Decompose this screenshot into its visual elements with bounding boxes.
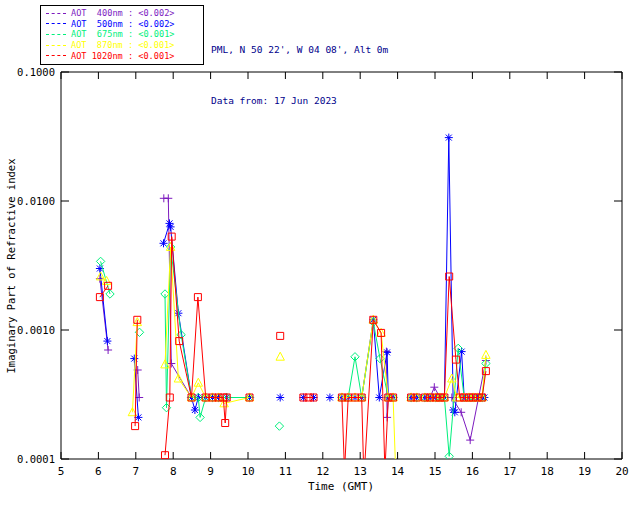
y-tick-label: 0.0100 xyxy=(17,195,55,207)
series-aot-675nm xyxy=(96,243,490,461)
y-tick-label: 0.0010 xyxy=(17,324,55,336)
x-tick-label: 16 xyxy=(466,465,479,478)
x-axis-title: Time (GMT) xyxy=(308,480,374,493)
marker-asterisk-icon xyxy=(96,134,489,422)
x-tick-label: 9 xyxy=(207,465,214,478)
x-tick-label: 20 xyxy=(615,465,628,478)
legend-line-sample-icon xyxy=(46,45,66,46)
legend-line-sample-icon xyxy=(46,13,66,14)
x-tick-label: 5 xyxy=(58,465,65,478)
legend-entry-label: AOT 1020nm : <0.001> xyxy=(71,51,174,61)
x-tick-label: 6 xyxy=(95,465,102,478)
legend-entry-aot-500nm: AOT 500nm : <0.002> xyxy=(46,19,200,30)
x-tick-label: 18 xyxy=(541,465,554,478)
x-tick-label: 14 xyxy=(391,465,405,478)
marker-plus-icon xyxy=(96,194,490,444)
y-tick-label: 0.1000 xyxy=(17,66,55,78)
marker-square-icon xyxy=(96,233,489,482)
legend-entry-aot-400nm: AOT 400nm : <0.002> xyxy=(46,8,200,19)
y-tick-label: 0.0001 xyxy=(17,453,55,465)
legend-line-sample-icon xyxy=(46,34,66,35)
x-tick-label: 7 xyxy=(132,465,139,478)
header-location: PML, N 50 22', W 04 08', Alt 0m xyxy=(211,41,388,58)
legend-entry-aot-675nm: AOT 675nm : <0.001> xyxy=(46,29,200,40)
y-axis-title: Imaginary Part of Refractive index xyxy=(5,159,17,374)
legend-entry-aot-870nm: AOT 870nm : <0.001> xyxy=(46,40,200,51)
series-aot-1020nm xyxy=(96,233,489,482)
series-aot-870nm xyxy=(96,242,490,475)
legend: AOT 400nm : <0.002>AOT 500nm : <0.002>AO… xyxy=(40,5,204,65)
marker-triangle-icon xyxy=(96,242,490,475)
x-tick-label: 17 xyxy=(503,465,516,478)
x-tick-label: 11 xyxy=(279,465,292,478)
x-tick-label: 13 xyxy=(354,465,367,478)
x-tick-label: 15 xyxy=(428,465,441,478)
data-series-group xyxy=(96,134,490,483)
legend-entry-label: AOT 400nm : <0.002> xyxy=(71,8,174,18)
series-aot-500nm xyxy=(96,134,489,422)
x-tick-label: 19 xyxy=(578,465,591,478)
marker-diamond-icon xyxy=(96,243,490,461)
legend-entry-label: AOT 870nm : <0.001> xyxy=(71,40,174,50)
header-date: Data from: 17 Jun 2023 xyxy=(211,92,388,109)
legend-entry-label: AOT 500nm : <0.002> xyxy=(71,19,174,29)
x-tick-label: 10 xyxy=(241,465,254,478)
header: PML, N 50 22', W 04 08', Alt 0m Data fro… xyxy=(211,7,388,143)
legend-entry-label: AOT 675nm : <0.001> xyxy=(71,29,174,39)
x-tick-label: 8 xyxy=(170,465,177,478)
legend-line-sample-icon xyxy=(46,23,66,24)
x-tick-label: 12 xyxy=(316,465,329,478)
series-aot-400nm xyxy=(96,194,490,444)
legend-entry-aot-1020nm: AOT 1020nm : <0.001> xyxy=(46,50,200,61)
plot-screenshot: 5678910111213141516171819200.10000.01000… xyxy=(0,0,640,512)
legend-line-sample-icon xyxy=(46,55,66,56)
